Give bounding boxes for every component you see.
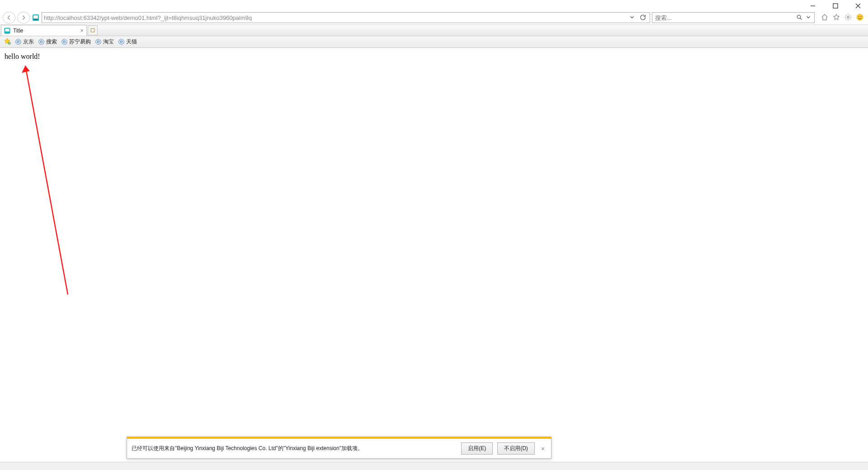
chevron-down-icon[interactable] <box>805 14 811 22</box>
browser-tab[interactable]: Title × <box>1 25 87 36</box>
page-body-text: hello world! <box>5 52 40 60</box>
notification-text: 已经可以使用来自"Beijing Yinxiang Biji Technolog… <box>132 445 457 452</box>
svg-rect-5 <box>33 15 38 19</box>
window-maximize-button[interactable] <box>829 1 842 10</box>
notification-close-icon[interactable]: × <box>539 445 547 452</box>
svg-rect-1 <box>833 4 838 8</box>
ie-icon: ⓔ <box>61 38 67 46</box>
bookmark-item[interactable]: ⓔ 淘宝 <box>95 38 114 46</box>
window-titlebar <box>0 0 868 12</box>
star-icon[interactable] <box>833 14 840 22</box>
home-icon[interactable] <box>821 14 828 22</box>
ie-icon: ⓔ <box>95 38 101 46</box>
svg-line-17 <box>25 66 68 294</box>
bookmark-label: 天猫 <box>126 38 137 46</box>
add-favorite-icon[interactable] <box>4 38 11 47</box>
toolbar-right-icons <box>816 14 865 22</box>
svg-point-9 <box>847 16 849 18</box>
bookmark-item[interactable]: ⓔ 苏宁易购 <box>61 38 91 46</box>
search-bar[interactable] <box>652 12 815 23</box>
address-actions <box>627 14 648 22</box>
window-minimize-button[interactable] <box>807 1 819 10</box>
svg-rect-15 <box>91 28 94 32</box>
back-button[interactable] <box>3 12 15 24</box>
enable-button[interactable]: 启用(E) <box>461 442 493 455</box>
tab-close-icon[interactable]: × <box>80 27 84 34</box>
bookmarks-bar: ⓔ 京东 ⓔ 搜索 ⓔ 苏宁易购 ⓔ 淘宝 ⓔ 天猫 <box>0 36 868 48</box>
bookmark-label: 搜索 <box>46 38 57 46</box>
bookmark-label: 苏宁易购 <box>69 38 91 46</box>
status-bar <box>0 462 868 470</box>
ie-icon: ⓔ <box>38 38 44 46</box>
gear-icon[interactable] <box>844 14 852 22</box>
chevron-down-icon[interactable] <box>629 14 635 22</box>
window-close-button[interactable] <box>852 1 864 10</box>
refresh-icon[interactable] <box>640 14 646 22</box>
svg-rect-6 <box>33 19 38 20</box>
bookmark-item[interactable]: ⓔ 天猫 <box>118 38 137 46</box>
tab-favicon <box>4 28 10 34</box>
svg-point-11 <box>859 16 859 17</box>
svg-point-7 <box>797 15 800 18</box>
address-input[interactable] <box>44 14 627 21</box>
bookmark-item[interactable]: ⓔ 搜索 <box>38 38 57 46</box>
tab-title: Title <box>13 28 77 34</box>
bookmark-label: 淘宝 <box>103 38 114 46</box>
ie-icon: ⓔ <box>15 38 21 46</box>
search-icon[interactable] <box>796 14 802 22</box>
svg-point-10 <box>857 14 863 20</box>
address-bar[interactable] <box>42 12 650 23</box>
tab-strip: Title × <box>0 24 868 36</box>
bookmark-item[interactable]: ⓔ 京东 <box>15 38 34 46</box>
search-input[interactable] <box>655 14 796 21</box>
disable-button[interactable]: 不启用(D) <box>497 442 535 455</box>
browser-toolbar <box>0 12 868 24</box>
addon-notification: 已经可以使用来自"Beijing Yinxiang Biji Technolog… <box>127 437 552 459</box>
annotation-arrow-icon <box>18 59 81 299</box>
smiley-icon[interactable] <box>856 14 863 22</box>
svg-point-12 <box>861 16 862 17</box>
ie-icon: ⓔ <box>118 38 124 46</box>
page-content: hello world! <box>0 48 868 470</box>
forward-button[interactable] <box>17 12 30 24</box>
svg-line-8 <box>800 18 802 19</box>
svg-rect-14 <box>5 28 9 31</box>
site-icon <box>32 14 40 22</box>
bookmark-label: 京东 <box>23 38 34 46</box>
svg-marker-18 <box>22 66 30 73</box>
new-tab-button[interactable] <box>88 25 98 35</box>
